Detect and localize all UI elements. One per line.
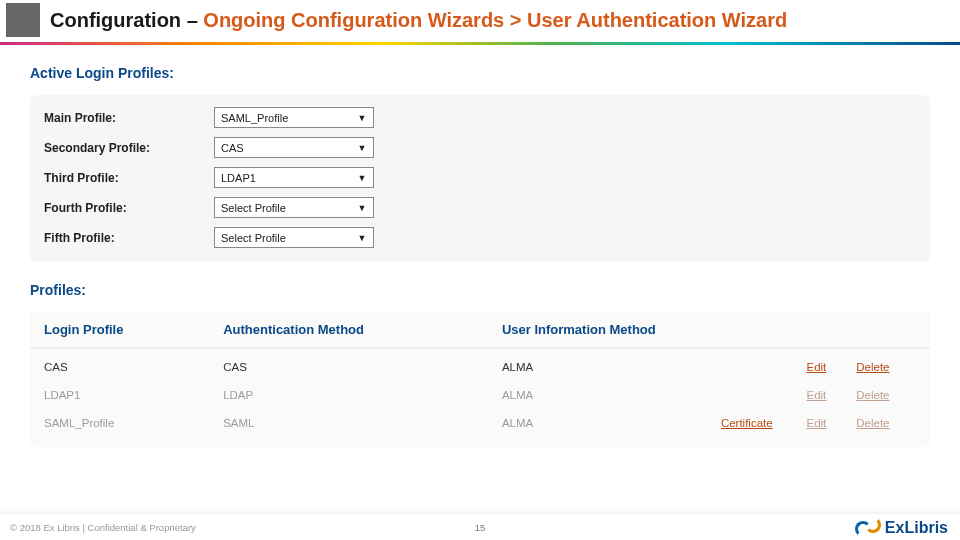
title-bar: Configuration – Ongoing Configuration Wi… [0,0,960,42]
th-delete [856,322,916,337]
fifth-profile-select[interactable]: Select Profile ▼ [214,227,374,248]
table-row: CAS CAS ALMA Edit Delete [30,353,930,381]
table-header: Login Profile Authentication Method User… [30,312,930,349]
active-profiles-card: Main Profile: SAML_Profile ▼ Secondary P… [30,95,930,262]
third-profile-select[interactable]: LDAP1 ▼ [214,167,374,188]
th-login-profile: Login Profile [44,322,223,337]
edit-link[interactable]: Edit [807,389,827,401]
select-value: CAS [221,142,244,154]
th-auth-method: Authentication Method [223,322,502,337]
chevron-down-icon: ▼ [355,201,369,215]
footer-copyright: © 2018 Ex Libris | Confidential & Propri… [10,522,196,533]
cell-auth: SAML [223,417,502,429]
title-decoration-block [6,3,40,37]
select-value: Select Profile [221,232,286,244]
select-value: Select Profile [221,202,286,214]
chevron-down-icon: ▼ [355,231,369,245]
section-heading-active-login-profiles: Active Login Profiles: [30,65,930,81]
secondary-profile-select[interactable]: CAS ▼ [214,137,374,158]
delete-link[interactable]: Delete [856,417,889,429]
profile-row: Main Profile: SAML_Profile ▼ [44,107,916,128]
footer: © 2018 Ex Libris | Confidential & Propri… [0,514,960,540]
cell-auth: CAS [223,361,502,373]
profile-row: Fourth Profile: Select Profile ▼ [44,197,916,218]
select-value: LDAP1 [221,172,256,184]
exlibris-logo: ExLibris [855,517,948,537]
chevron-down-icon: ▼ [355,141,369,155]
edit-link[interactable]: Edit [807,417,827,429]
page-title: Configuration – Ongoing Configuration Wi… [50,9,787,32]
main-content: Active Login Profiles: Main Profile: SAM… [0,45,960,447]
cell-login: SAML_Profile [44,417,223,429]
cell-user: ALMA [502,361,721,373]
chevron-down-icon: ▼ [355,111,369,125]
title-prefix: Configuration – [50,9,203,31]
logo-text: ExLibris [885,519,948,537]
cell-auth: LDAP [223,389,502,401]
select-value: SAML_Profile [221,112,288,124]
table-body: CAS CAS ALMA Edit Delete LDAP1 LDAP ALMA… [30,349,930,447]
main-profile-select[interactable]: SAML_Profile ▼ [214,107,374,128]
profile-label-third: Third Profile: [44,171,214,185]
footer-page-number: 15 [475,522,486,533]
profiles-table: Login Profile Authentication Method User… [30,312,930,447]
profile-label-fourth: Fourth Profile: [44,201,214,215]
chevron-down-icon: ▼ [355,171,369,185]
profile-label-main: Main Profile: [44,111,214,125]
cell-login: CAS [44,361,223,373]
table-row: SAML_Profile SAML ALMA Certificate Edit … [30,409,930,437]
table-row: LDAP1 LDAP ALMA Edit Delete [30,381,930,409]
section-heading-profiles: Profiles: [30,282,930,298]
delete-link[interactable]: Delete [856,389,889,401]
profile-row: Fifth Profile: Select Profile ▼ [44,227,916,248]
title-highlight: Ongoing Configuration Wizards > User Aut… [203,9,787,31]
th-cert [721,322,807,337]
profile-label-fifth: Fifth Profile: [44,231,214,245]
cell-user: ALMA [502,417,721,429]
profile-label-secondary: Secondary Profile: [44,141,214,155]
profile-row: Secondary Profile: CAS ▼ [44,137,916,158]
logo-swirl-icon [855,517,881,537]
delete-link[interactable]: Delete [856,361,889,373]
cell-user: ALMA [502,389,721,401]
certificate-link[interactable]: Certificate [721,417,773,429]
cell-login: LDAP1 [44,389,223,401]
profile-row: Third Profile: LDAP1 ▼ [44,167,916,188]
th-edit [807,322,857,337]
th-user-info-method: User Information Method [502,322,721,337]
edit-link[interactable]: Edit [807,361,827,373]
fourth-profile-select[interactable]: Select Profile ▼ [214,197,374,218]
